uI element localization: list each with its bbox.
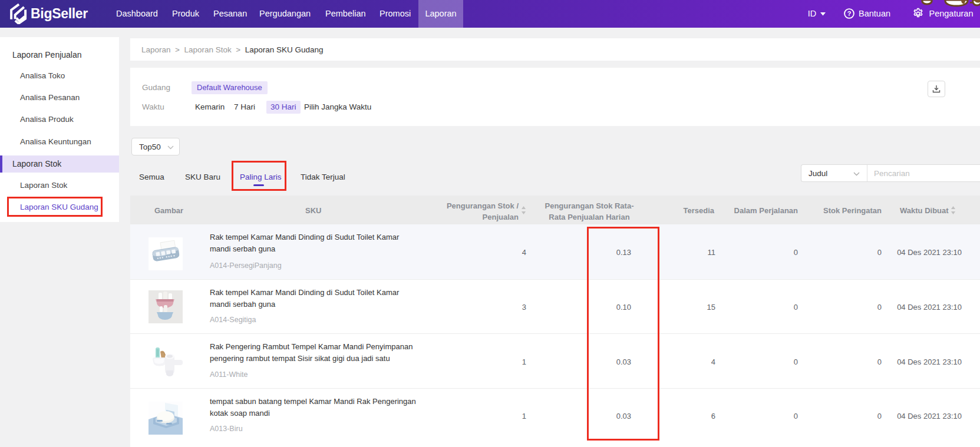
svg-text:?: ? [847,10,852,17]
